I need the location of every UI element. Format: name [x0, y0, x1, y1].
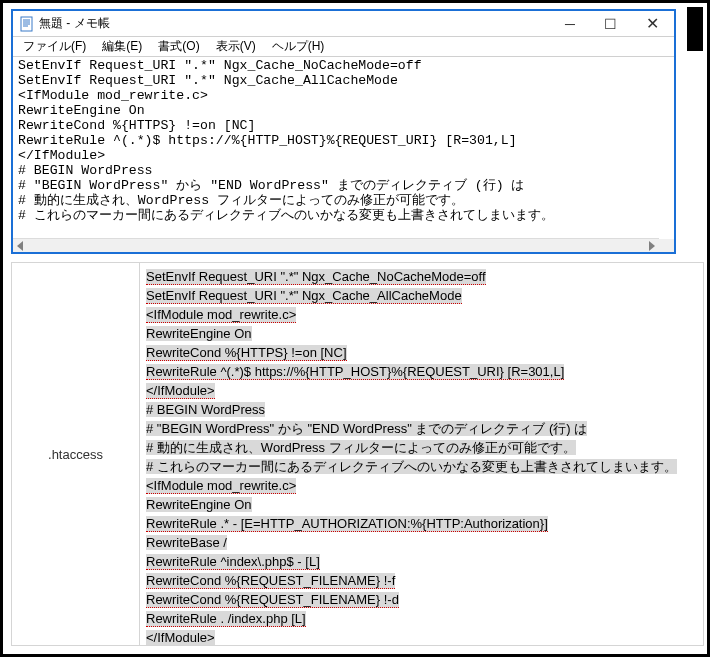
menu-file[interactable]: ファイル(F)	[17, 37, 92, 56]
scroll-right-icon[interactable]	[649, 241, 655, 251]
scroll-left-icon[interactable]	[17, 241, 23, 251]
close-button[interactable]: ✕	[630, 12, 674, 36]
text-editor[interactable]: SetEnvIf Request_URI ".*" Ngx_Cache_NoCa…	[15, 57, 674, 238]
config-line: RewriteEngine On	[146, 324, 697, 343]
config-line: RewriteRule ^(.*)$ https://%{HTTP_HOST}%…	[146, 362, 697, 381]
menu-help[interactable]: ヘルプ(H)	[266, 37, 331, 56]
menubar: ファイル(F) 編集(E) 書式(O) 表示(V) ヘルプ(H)	[13, 37, 674, 57]
config-line: # 動的に生成され、WordPress フィルターによってのみ修正が可能です。	[146, 438, 697, 457]
config-label: .htaccess	[48, 447, 103, 462]
minimize-button[interactable]: ─	[550, 12, 590, 36]
background-strip	[687, 7, 703, 51]
config-line: SetEnvIf Request_URI ".*" Ngx_Cache_NoCa…	[146, 267, 697, 286]
config-line: RewriteEngine On	[146, 495, 697, 514]
config-line: RewriteRule ^index\.php$ - [L]	[146, 552, 697, 571]
menu-format[interactable]: 書式(O)	[152, 37, 205, 56]
config-line: RewriteRule .* - [E=HTTP_AUTHORIZATION:%…	[146, 514, 697, 533]
notepad-icon	[19, 16, 35, 32]
config-line: RewriteRule . /index.php [L]	[146, 609, 697, 628]
config-line: RewriteBase /	[146, 533, 697, 552]
menu-edit[interactable]: 編集(E)	[96, 37, 148, 56]
horizontal-scrollbar[interactable]	[13, 238, 659, 252]
notepad-window: 無題 - メモ帳 ─ ☐ ✕ ファイル(F) 編集(E) 書式(O) 表示(V)…	[11, 9, 676, 254]
config-line: # "BEGIN WordPress" から "END WordPress" ま…	[146, 419, 697, 438]
config-line: </IfModule>	[146, 628, 697, 646]
config-table: .htaccess SetEnvIf Request_URI ".*" Ngx_…	[11, 262, 704, 646]
config-line: SetEnvIf Request_URI ".*" Ngx_Cache_AllC…	[146, 286, 697, 305]
menu-view[interactable]: 表示(V)	[210, 37, 262, 56]
config-line: <IfModule mod_rewrite.c>	[146, 476, 697, 495]
config-line: # これらのマーカー間にあるディレクティブへのいかなる変更も上書きされてしまいま…	[146, 457, 697, 476]
config-line: RewriteCond %{REQUEST_FILENAME} !-d	[146, 590, 697, 609]
titlebar[interactable]: 無題 - メモ帳 ─ ☐ ✕	[13, 11, 674, 37]
config-line: # BEGIN WordPress	[146, 400, 697, 419]
config-line: RewriteCond %{REQUEST_FILENAME} !-f	[146, 571, 697, 590]
config-line: <IfModule mod_rewrite.c>	[146, 305, 697, 324]
config-label-cell: .htaccess	[11, 262, 139, 646]
maximize-button[interactable]: ☐	[590, 12, 630, 36]
config-content-cell[interactable]: SetEnvIf Request_URI ".*" Ngx_Cache_NoCa…	[139, 262, 704, 646]
config-line: </IfModule>	[146, 381, 697, 400]
window-title: 無題 - メモ帳	[39, 15, 110, 32]
config-line: RewriteCond %{HTTPS} !=on [NC]	[146, 343, 697, 362]
